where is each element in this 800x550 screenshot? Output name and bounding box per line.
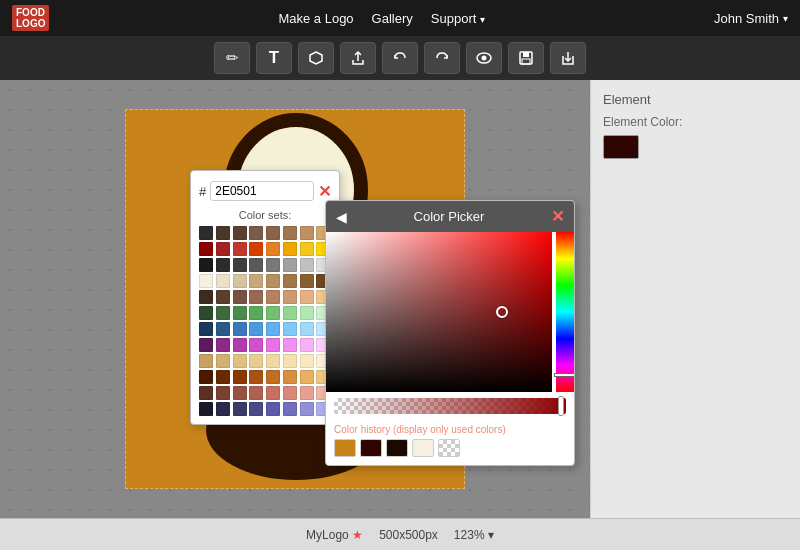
color-cell[interactable] (216, 242, 230, 256)
color-cell[interactable] (266, 242, 280, 256)
color-cell[interactable] (199, 402, 213, 416)
color-cell[interactable] (266, 386, 280, 400)
color-cell[interactable] (249, 258, 263, 272)
color-cell[interactable] (199, 226, 213, 240)
history-swatch[interactable] (386, 439, 408, 457)
history-swatch[interactable] (360, 439, 382, 457)
history-swatch[interactable] (334, 439, 356, 457)
select-tool-button[interactable]: ✏ (214, 42, 250, 74)
color-cell[interactable] (249, 274, 263, 288)
color-cell[interactable] (266, 322, 280, 336)
user-menu[interactable]: John Smith ▾ (714, 11, 788, 26)
history-swatch[interactable] (438, 439, 460, 457)
color-cell[interactable] (249, 386, 263, 400)
preview-button[interactable] (466, 42, 502, 74)
color-cell[interactable] (216, 306, 230, 320)
color-cell[interactable] (216, 338, 230, 352)
color-picker-close[interactable]: ✕ (551, 207, 564, 226)
color-cell[interactable] (300, 226, 314, 240)
color-cell[interactable] (233, 242, 247, 256)
color-cell[interactable] (283, 242, 297, 256)
download-button[interactable] (550, 42, 586, 74)
color-cell[interactable] (199, 290, 213, 304)
color-cell[interactable] (233, 290, 247, 304)
color-cell[interactable] (249, 306, 263, 320)
zoom-level[interactable]: 123% ▾ (454, 528, 494, 542)
nav-make-logo[interactable]: Make a Logo (278, 11, 353, 26)
color-cell[interactable] (233, 322, 247, 336)
color-cell[interactable] (283, 226, 297, 240)
color-cell[interactable] (233, 306, 247, 320)
color-cell[interactable] (266, 258, 280, 272)
color-cell[interactable] (300, 338, 314, 352)
color-cell[interactable] (283, 322, 297, 336)
color-cell[interactable] (249, 354, 263, 368)
color-cell[interactable] (233, 402, 247, 416)
color-cell[interactable] (300, 386, 314, 400)
color-cell[interactable] (216, 354, 230, 368)
color-cell[interactable] (266, 354, 280, 368)
color-cell[interactable] (283, 306, 297, 320)
redo-button[interactable] (424, 42, 460, 74)
color-cell[interactable] (283, 354, 297, 368)
shape-tool-button[interactable] (298, 42, 334, 74)
color-cell[interactable] (216, 290, 230, 304)
color-cell[interactable] (233, 258, 247, 272)
color-cell[interactable] (266, 402, 280, 416)
upload-tool-button[interactable] (340, 42, 376, 74)
history-swatch[interactable] (412, 439, 434, 457)
color-cell[interactable] (216, 322, 230, 336)
color-cell[interactable] (249, 322, 263, 336)
color-cell[interactable] (300, 370, 314, 384)
canvas-area[interactable]: # ✕ Color sets: ◀ Color Picker ✕ (0, 80, 590, 518)
gradient-cursor[interactable] (496, 306, 508, 318)
color-cell[interactable] (266, 290, 280, 304)
text-tool-button[interactable]: T (256, 42, 292, 74)
color-cell[interactable] (283, 402, 297, 416)
color-popup-close[interactable]: ✕ (318, 182, 331, 201)
color-cell[interactable] (266, 274, 280, 288)
color-cell[interactable] (216, 402, 230, 416)
color-cell[interactable] (199, 258, 213, 272)
color-cell[interactable] (300, 402, 314, 416)
alpha-cursor[interactable] (558, 396, 564, 416)
color-cell[interactable] (233, 354, 247, 368)
hue-slider[interactable] (556, 232, 574, 392)
color-cell[interactable] (300, 354, 314, 368)
color-cell[interactable] (283, 370, 297, 384)
color-cell[interactable] (233, 274, 247, 288)
logo[interactable]: FOOD LOGO (12, 5, 49, 31)
color-cell[interactable] (266, 370, 280, 384)
color-cell[interactable] (199, 242, 213, 256)
undo-button[interactable] (382, 42, 418, 74)
color-cell[interactable] (283, 338, 297, 352)
color-cell[interactable] (300, 290, 314, 304)
color-cell[interactable] (300, 274, 314, 288)
color-cell[interactable] (233, 338, 247, 352)
color-cell[interactable] (199, 306, 213, 320)
color-cell[interactable] (300, 242, 314, 256)
color-cell[interactable] (249, 242, 263, 256)
nav-support[interactable]: Support ▾ (431, 11, 485, 26)
color-cell[interactable] (199, 322, 213, 336)
nav-gallery[interactable]: Gallery (372, 11, 413, 26)
color-cell[interactable] (300, 258, 314, 272)
element-color-swatch[interactable] (603, 135, 639, 159)
color-cell[interactable] (300, 322, 314, 336)
color-cell[interactable] (283, 386, 297, 400)
color-sets-popup[interactable]: # ✕ Color sets: (190, 170, 340, 425)
color-cell[interactable] (199, 338, 213, 352)
color-cell[interactable] (283, 258, 297, 272)
color-cell[interactable] (233, 370, 247, 384)
color-cell[interactable] (283, 274, 297, 288)
gradient-area[interactable] (326, 232, 552, 392)
color-cell[interactable] (199, 354, 213, 368)
color-cell[interactable] (233, 226, 247, 240)
color-cell[interactable] (216, 226, 230, 240)
color-cell[interactable] (249, 226, 263, 240)
color-cell[interactable] (249, 402, 263, 416)
color-cell[interactable] (249, 290, 263, 304)
hex-input[interactable] (210, 181, 314, 201)
color-cell[interactable] (216, 274, 230, 288)
color-cell[interactable] (283, 290, 297, 304)
